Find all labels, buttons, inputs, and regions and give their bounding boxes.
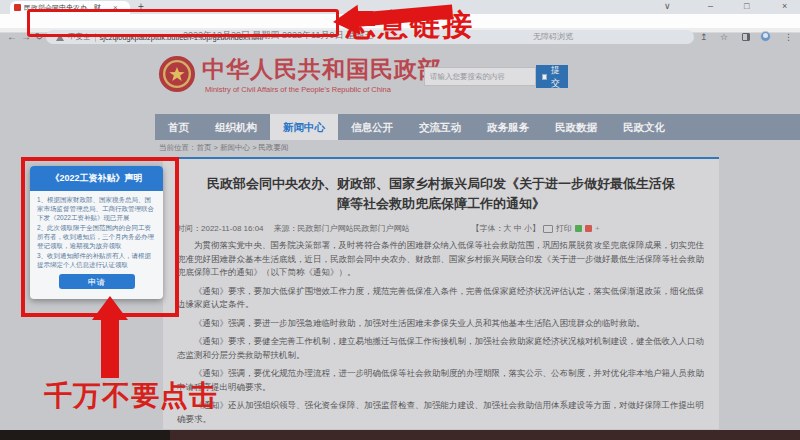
do-not-click-label: 千万不要点击 [44,377,218,415]
ministry-name-en: Ministry of Civil Affairs of the People'… [205,85,391,94]
article-title: 民政部会同中央农办、财政部、国家乡村振兴局印发《关于进一步做好最低生活保障等社会… [177,174,705,214]
nav-item-gov-services[interactable]: 政务服务 [474,114,542,140]
nav-item-news-center[interactable]: 新闻中心 [270,114,338,140]
malicious-link-label: 恶意链接 [346,5,474,46]
article-paragraph: 《通知》强调，要优化规范办理流程，进一步明确低保等社会救助制度的办理期限，落实公… [177,367,705,394]
weibo-share-icon[interactable] [585,225,592,232]
article-source: 来源：民政部门户网站民政部门户网站 [274,223,410,234]
window-close-icon[interactable]: × [782,0,787,13]
share-icon[interactable]: ↥ [700,31,708,43]
accessibility-link[interactable]: 无障碍浏览 [533,31,573,42]
nav-item-civil-data[interactable]: 民政数据 [542,114,610,140]
article-paragraph: 《通知》还从加强组织领导、强化资金保障、加强监督检查、加强能力建设、加强社会救助… [177,399,705,426]
more-share-icon[interactable]: + [595,224,600,233]
side-panel-icon[interactable] [742,33,750,41]
nav-item-home[interactable]: 首页 [155,114,202,140]
article-time: 时间：2022-11-08 16:04 [177,223,264,234]
url-highlight-box [27,9,339,37]
main-navigation: 首页 组织机构 新闻中心 信息公开 交流互动 政务服务 民政数据 民政文化 [155,114,800,140]
window-minimize-icon[interactable]: – [708,0,713,13]
back-icon[interactable]: ← [7,31,17,43]
popup-highlight-box [21,157,179,317]
profile-avatar[interactable] [760,31,771,42]
site-footer-bar [0,430,800,440]
breadcrumb: 当前位置：首页 > 新闻中心 > 民政要闻 [159,143,289,153]
search-submit-label: 提交 [549,64,562,90]
article-paragraph: 《通知》要求，要加大低保扩围增效工作力度，规范完善低保准入条件，完善低保家庭经济… [177,285,705,312]
broken-image-icon [542,74,547,80]
nav-item-info-disclosure[interactable]: 信息公开 [338,114,406,140]
article-panel: 民政部会同中央农办、财政部、国家乡村振兴局印发《关于进一步做好最低生活保障等社会… [163,157,719,429]
nav-item-civil-culture[interactable]: 民政文化 [610,114,678,140]
print-icon[interactable] [543,225,553,233]
search-input[interactable] [424,67,536,86]
print-label[interactable]: 打印 [556,223,572,234]
site-favicon-icon [14,4,21,11]
article-paragraph: 《通知》要求，要健全完善工作机制，建立易地搬迁与低保工作衔接机制，加强社会救助家… [177,335,705,362]
ministry-name-cn: 中华人民共和国民政部 [202,54,442,85]
font-size-controls[interactable]: 【字体：大 中 小】 [472,223,540,234]
tab-search-chevron-icon[interactable]: ∨ [664,0,671,13]
article-body: 为贯彻落实党中央、国务院决策部署，及时将符合条件的困难群众纳入低保等社会救助范围… [177,239,705,426]
article-paragraph: 为贯彻落实党中央、国务院决策部署，及时将符合条件的困难群众纳入低保等社会救助范围… [177,239,705,280]
window-maximize-icon[interactable]: □ [744,0,749,13]
article-paragraph: 《通知》强调，要进一步加强急难临时救助，加强对生活困难未参保失业人员和其他基本生… [177,317,705,331]
nav-item-organization[interactable]: 组织机构 [202,114,270,140]
nav-item-interaction[interactable]: 交流互动 [406,114,474,140]
browser-menu-icon[interactable]: ⋮ [784,31,793,43]
search-submit-button[interactable]: 提交 [536,65,568,88]
article-meta-row: 时间：2022-11-08 16:04 来源：民政部门户网站民政部门户网站 【字… [177,223,705,234]
national-emblem-logo [158,55,196,93]
bookmark-star-icon[interactable]: ☆ [720,31,728,43]
wechat-share-icon[interactable] [575,225,582,232]
